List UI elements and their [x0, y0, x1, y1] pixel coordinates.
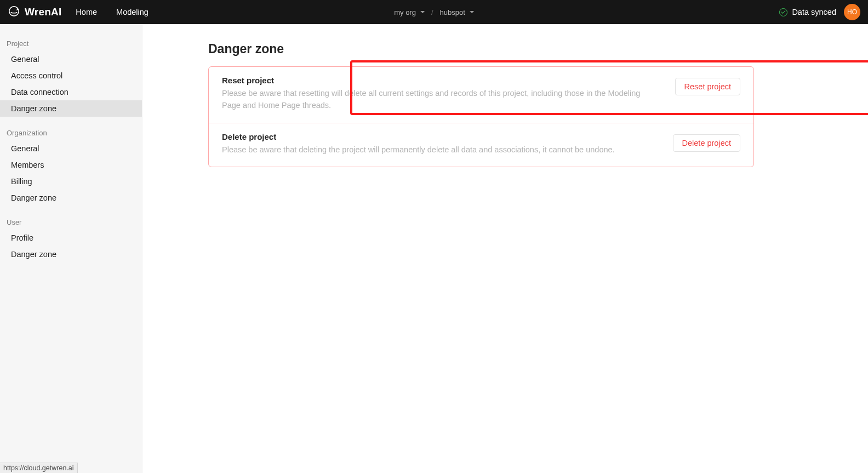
reset-project-button[interactable]: Reset project	[675, 78, 740, 95]
sidebar-item-danger-zone[interactable]: Danger zone	[0, 190, 142, 206]
sidebar-group-title: Project	[0, 36, 142, 51]
breadcrumb-project-label: hubspot	[440, 8, 465, 16]
chevron-down-icon	[420, 11, 425, 13]
svg-point-1	[17, 8, 18, 9]
sidebar-item-profile[interactable]: Profile	[0, 230, 142, 246]
nav-home[interactable]: Home	[76, 8, 97, 16]
delete-project-desc: Please be aware that deleting the projec…	[222, 144, 651, 156]
danger-zone-box: Reset project Please be aware that reset…	[208, 66, 754, 167]
sync-status[interactable]: Data synced	[779, 8, 836, 16]
main-content: Danger zone Reset project Please be awar…	[142, 24, 868, 473]
breadcrumb-org[interactable]: my org	[394, 8, 425, 16]
sidebar-item-danger-zone[interactable]: Danger zone	[0, 100, 142, 117]
sidebar-item-billing[interactable]: Billing	[0, 173, 142, 190]
chevron-down-icon	[470, 11, 474, 13]
sync-status-label: Data synced	[792, 8, 836, 16]
breadcrumb-org-label: my org	[394, 8, 416, 16]
delete-project-title: Delete project	[222, 132, 651, 141]
sidebar-item-members[interactable]: Members	[0, 157, 142, 173]
sidebar-item-danger-zone[interactable]: Danger zone	[0, 246, 142, 263]
logo-icon	[8, 5, 20, 20]
breadcrumb-separator: /	[431, 8, 433, 16]
section-reset-project: Reset project Please be aware that reset…	[209, 67, 753, 123]
brand-logo[interactable]: WrenAI	[8, 5, 61, 20]
sidebar-item-general[interactable]: General	[0, 51, 142, 67]
app-header: WrenAI Home Modeling my org / hubspot Da…	[0, 0, 868, 24]
check-circle-icon	[779, 8, 787, 16]
sidebar-group-title: User	[0, 215, 142, 230]
top-nav: Home Modeling	[76, 8, 149, 16]
sidebar-item-access-control[interactable]: Access control	[0, 67, 142, 84]
nav-modeling[interactable]: Modeling	[116, 8, 149, 16]
delete-project-button[interactable]: Delete project	[673, 134, 740, 152]
sidebar-item-data-connection[interactable]: Data connection	[0, 84, 142, 100]
sidebar: ProjectGeneralAccess controlData connect…	[0, 24, 142, 473]
breadcrumb: my org / hubspot	[394, 8, 474, 16]
sidebar-group-title: Organization	[0, 126, 142, 140]
avatar[interactable]: HO	[844, 4, 860, 20]
page-title: Danger zone	[208, 42, 754, 56]
header-right: Data synced HO	[779, 4, 860, 20]
reset-project-title: Reset project	[222, 76, 653, 85]
status-bar-url: https://cloud.getwren.ai	[0, 463, 78, 473]
brand-text: WrenAI	[25, 6, 61, 18]
sidebar-item-general[interactable]: General	[0, 140, 142, 157]
breadcrumb-project[interactable]: hubspot	[440, 8, 474, 16]
section-delete-project: Delete project Please be aware that dele…	[209, 123, 753, 167]
reset-project-desc: Please be aware that resetting will dele…	[222, 87, 653, 112]
